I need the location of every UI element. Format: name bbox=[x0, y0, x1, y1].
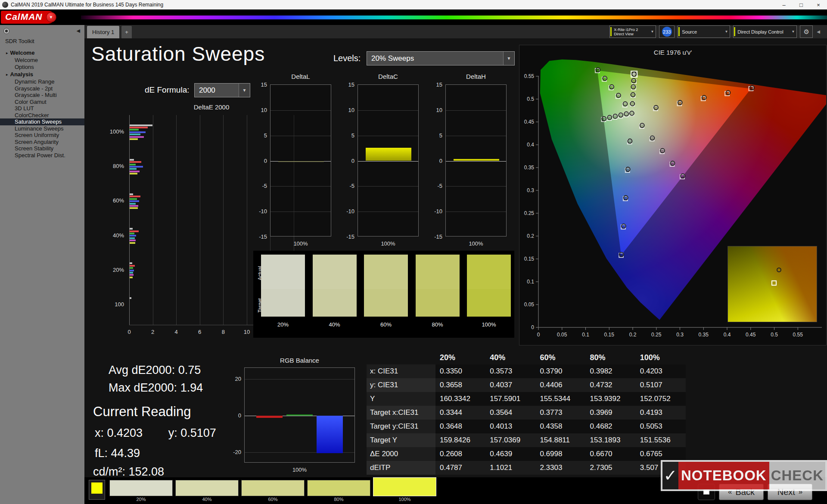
sidebar-item-dynamic-range[interactable]: Dynamic Range bbox=[0, 78, 84, 85]
table-cell: 0.3350 bbox=[435, 367, 485, 376]
deltaE-bar-cyan bbox=[130, 134, 140, 135]
maximize-button[interactable]: □ bbox=[793, 0, 810, 9]
sidebar-item-3d-lut[interactable]: 3D LUT bbox=[0, 105, 84, 112]
add-tab-button[interactable]: + bbox=[121, 26, 132, 38]
panel-collapse-icon[interactable]: ◀ bbox=[817, 29, 820, 34]
actual-target-swatches: ActualTarget20%40%60%80%100% bbox=[253, 251, 514, 338]
deltaC-x-label: 100% bbox=[358, 240, 418, 247]
deltaE-bar-blue bbox=[130, 270, 134, 271]
table-header-cell bbox=[367, 351, 435, 364]
close-button[interactable]: × bbox=[810, 0, 827, 9]
toolbar-dropdowns: X-Rite i1Pro 2 Direct View ▼ 233 Source … bbox=[609, 25, 820, 38]
chevron-down-icon: ▼ bbox=[503, 52, 514, 65]
deltaE-bar-white bbox=[130, 193, 133, 195]
sidebar-item-color-gamut[interactable]: Color Gamut bbox=[0, 99, 84, 106]
y-tick-label: 15 bbox=[253, 81, 267, 88]
y-tick-label: 0 bbox=[341, 158, 354, 164]
source-dropdown[interactable]: Source ▼ bbox=[678, 25, 730, 38]
deltaE-bar-green bbox=[130, 129, 139, 131]
minimize-button[interactable]: – bbox=[775, 0, 793, 9]
deltaE-bar-cyan bbox=[130, 237, 135, 239]
tab-history-1[interactable]: History 1 bbox=[87, 26, 119, 38]
svg-text:0.2: 0.2 bbox=[527, 233, 534, 239]
svg-text:0.15: 0.15 bbox=[524, 256, 535, 262]
chip-color bbox=[109, 480, 173, 496]
grid-line bbox=[270, 136, 331, 136]
levels-dropdown[interactable]: 20% Sweeps ▼ bbox=[367, 51, 515, 65]
current-reading-title: Current Reading bbox=[93, 404, 216, 420]
inset-target-point bbox=[771, 280, 777, 286]
saturation-chip-60[interactable]: 60% bbox=[241, 480, 305, 502]
sidebar-item-grayscale-2pt[interactable]: Grayscale - 2pt bbox=[0, 85, 84, 92]
meter-count-badge[interactable]: 233 bbox=[659, 25, 675, 38]
deltaE-bar-cyan bbox=[130, 168, 137, 170]
deltaE-bar-yellow bbox=[130, 277, 133, 278]
sidebar-item-welcome[interactable]: Welcome bbox=[0, 57, 84, 64]
meter-mode: Direct View bbox=[614, 32, 638, 36]
svg-text:0.1: 0.1 bbox=[527, 279, 534, 285]
table-cell: 1.1021 bbox=[485, 464, 535, 472]
sidebar-item-options[interactable]: Options bbox=[0, 64, 84, 71]
grid-line bbox=[446, 161, 506, 162]
cie-title: CIE 1976 u'v' bbox=[519, 49, 826, 56]
deltaE-bar-green bbox=[130, 233, 134, 234]
display-control-label: Direct Display Control bbox=[737, 29, 783, 34]
sidebar-title: SDR Toolkit bbox=[5, 38, 84, 44]
swatch-actual-100 bbox=[467, 255, 511, 289]
svg-text:0.2: 0.2 bbox=[629, 332, 637, 338]
table-cell: 0.4037 bbox=[485, 381, 535, 389]
table-cell: 0.4013 bbox=[485, 422, 535, 431]
swatch-target-40 bbox=[313, 289, 357, 317]
table-cell: 157.0369 bbox=[485, 436, 535, 445]
grid-line bbox=[358, 110, 418, 111]
sidebar-tree: ▸WelcomeWelcomeOptions▸AnalysisDynamic R… bbox=[0, 49, 84, 159]
settings-gear-button[interactable]: ⚙ bbox=[800, 25, 813, 38]
calman-logo-menu[interactable]: CalMAN ▼ bbox=[1, 11, 56, 24]
meter-dropdown[interactable]: X-Rite i1Pro 2 Direct View ▼ bbox=[609, 25, 656, 38]
swatch-target-80 bbox=[416, 289, 460, 317]
chip-label: 100% bbox=[373, 496, 436, 502]
sidebar-item-screen-uniformity[interactable]: Screen Uniformity bbox=[0, 132, 84, 139]
y-tick-label: -15 bbox=[341, 233, 354, 240]
window-controls: – □ × bbox=[775, 0, 827, 9]
table-cell: 0.5053 bbox=[636, 422, 686, 431]
saturation-chip-20[interactable]: 20% bbox=[109, 480, 173, 502]
saturation-chip-80[interactable]: 80% bbox=[307, 480, 370, 502]
sidebar-item-luminance-sweeps[interactable]: Luminance Sweeps bbox=[0, 125, 84, 132]
y-tick-label: 100% bbox=[90, 128, 124, 135]
deltaC-title: DeltaC bbox=[358, 73, 418, 80]
display-control-dropdown[interactable]: Direct Display Control ▼ bbox=[733, 25, 797, 38]
de-formula-dropdown[interactable]: 2000 ▼ bbox=[194, 83, 250, 97]
sidebar-item-grayscale-multi[interactable]: Grayscale - Multi bbox=[0, 92, 84, 99]
table-header-row: 20%40%60%80%100% bbox=[367, 351, 686, 364]
sidebar-options-icon[interactable] bbox=[3, 28, 9, 34]
sidebar-item-screen-angularity[interactable]: Screen Angularity bbox=[0, 139, 84, 146]
saturation-chip-40[interactable]: 40% bbox=[175, 480, 239, 502]
deltaE-bar-yellow bbox=[130, 242, 135, 244]
sidebar-section-welcome[interactable]: ▸Welcome bbox=[0, 49, 84, 57]
table-header-cell: 20% bbox=[435, 353, 485, 362]
svg-text:0: 0 bbox=[537, 332, 540, 338]
chip-color bbox=[307, 480, 370, 496]
svg-text:0.4: 0.4 bbox=[724, 332, 731, 338]
sidebar-item-spectral-power-dist[interactable]: Spectral Power Dist. bbox=[0, 152, 84, 159]
chip-label: 60% bbox=[241, 496, 305, 502]
sidebar-collapse-icon[interactable]: ◀ bbox=[77, 28, 80, 34]
swatch-40 bbox=[313, 255, 357, 317]
table-cell: 159.8426 bbox=[435, 436, 485, 445]
table-cell: 153.9392 bbox=[586, 395, 636, 403]
table-row-label: Target Y bbox=[367, 433, 435, 447]
sidebar-section-analysis[interactable]: ▸Analysis bbox=[0, 70, 84, 78]
current-color-chip bbox=[91, 482, 103, 494]
sidebar-item-colorchecker[interactable]: ColorChecker bbox=[0, 112, 84, 119]
grid-line bbox=[358, 136, 418, 136]
tree-expand-icon: ▸ bbox=[6, 72, 8, 77]
y-tick-label: -5 bbox=[429, 183, 442, 189]
saturation-chip-100[interactable]: 100% bbox=[373, 480, 436, 502]
sidebar-item-screen-stability[interactable]: Screen Stability bbox=[0, 145, 84, 152]
table-cell: 0.3982 bbox=[586, 367, 636, 376]
deltaE-bar-red bbox=[130, 161, 141, 163]
cie-diagram-panel: CIE 1976 u'v' 00.050.10.150.20.250.30.35… bbox=[519, 45, 827, 345]
sidebar-item-saturation-sweeps[interactable]: Saturation Sweeps bbox=[0, 118, 84, 125]
table-cell: 0.3969 bbox=[586, 408, 636, 417]
